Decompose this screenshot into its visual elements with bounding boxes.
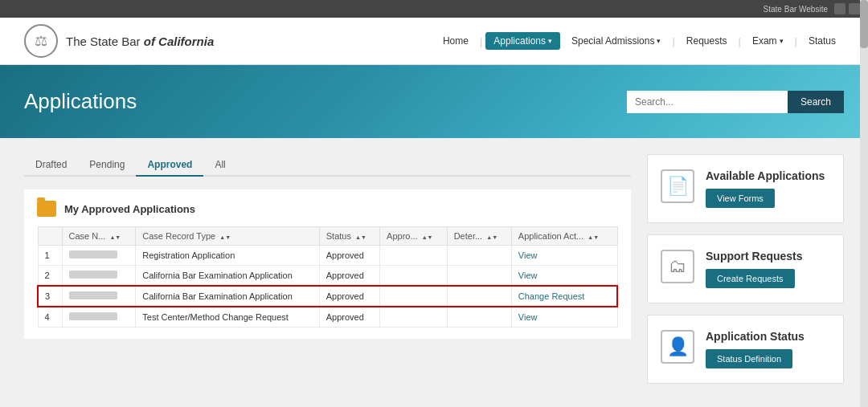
col-deter[interactable]: Deter... ▲▼ <box>447 227 511 246</box>
search-input[interactable] <box>627 91 788 113</box>
row-appro <box>380 246 448 266</box>
row-type: California Bar Examination Application <box>136 266 319 287</box>
tab-all[interactable]: All <box>203 154 236 177</box>
row-num: 2 <box>38 266 62 287</box>
logo-text: The State Bar of California <box>66 35 214 48</box>
scrollbar-thumb[interactable] <box>860 0 868 48</box>
hero-title: Applications <box>24 89 137 114</box>
applications-table: Case N... ▲▼ Case Record Type ▲▼ Status … <box>37 226 618 328</box>
application-status-title: Application Status <box>706 330 830 343</box>
nav-requests[interactable]: Requests <box>678 32 735 50</box>
status-definition-button[interactable]: Status Definition <box>706 349 792 368</box>
application-status-card: 👤 Application Status Status Definition <box>647 315 844 384</box>
search-button[interactable]: Search <box>788 91 844 113</box>
change-request-link[interactable]: Change Request <box>518 291 585 301</box>
tab-pending[interactable]: Pending <box>78 154 136 177</box>
row-action[interactable]: View <box>511 266 617 287</box>
col-number <box>38 227 62 246</box>
logo-italic: of California <box>144 35 215 48</box>
create-requests-button[interactable]: Create Requests <box>706 269 795 288</box>
support-requests-title: Support Requests <box>706 250 830 263</box>
col-status[interactable]: Status ▲▼ <box>319 227 379 246</box>
view-link[interactable]: View <box>518 250 538 260</box>
row-deter <box>447 286 511 307</box>
card-title: My Approved Applications <box>64 203 195 215</box>
nav-special-admissions[interactable]: Special Admissions ▾ <box>563 32 669 50</box>
site-header: ⚖ The State Bar of California Home | App… <box>0 18 868 65</box>
table-row: 1 Registration Application Approved View <box>38 246 617 266</box>
row-status: Approved <box>319 266 379 287</box>
browser-bar-text: State Bar Website <box>764 5 828 14</box>
scrollbar[interactable] <box>860 0 868 400</box>
row-num: 4 <box>38 307 62 328</box>
view-link[interactable]: View <box>518 271 538 280</box>
chevron-down-icon: ▾ <box>780 37 784 45</box>
table-row: 2 California Bar Examination Application… <box>38 266 617 287</box>
row-case-id <box>62 307 136 328</box>
application-status-content: Application Status Status Definition <box>706 330 830 368</box>
row-deter <box>447 266 511 287</box>
browser-btn-2[interactable] <box>849 3 860 14</box>
nav-exam[interactable]: Exam ▾ <box>744 32 792 50</box>
chevron-down-icon: ▾ <box>657 37 661 45</box>
table-row: 4 Test Center/Method Change Request Appr… <box>38 307 617 328</box>
nav-status[interactable]: Status <box>800 32 844 50</box>
view-link[interactable]: View <box>518 312 538 322</box>
row-status: Approved <box>319 246 379 266</box>
nav-menu: Home | Applications ▾ Special Admissions… <box>435 32 844 50</box>
row-num: 3 <box>38 286 62 307</box>
hero-banner: Applications Search <box>0 65 868 138</box>
search-area: Search <box>627 91 844 113</box>
col-action[interactable]: Application Act... ▲▼ <box>511 227 617 246</box>
row-case-id <box>62 286 136 307</box>
view-forms-button[interactable]: View Forms <box>706 189 775 208</box>
row-appro <box>380 286 448 307</box>
available-applications-card: 📄 Available Applications View Forms <box>647 154 844 223</box>
available-applications-title: Available Applications <box>706 169 830 182</box>
row-action[interactable]: View <box>511 307 617 328</box>
logo-area: ⚖ The State Bar of California <box>24 24 214 58</box>
col-case-num[interactable]: Case N... ▲▼ <box>62 227 136 246</box>
main-content: Drafted Pending Approved All My Approved… <box>0 138 868 400</box>
col-record-type[interactable]: Case Record Type ▲▼ <box>136 227 319 246</box>
support-icon: 🗂 <box>661 250 694 283</box>
row-case-id <box>62 246 136 266</box>
support-requests-card: 🗂 Support Requests Create Requests <box>647 234 844 303</box>
col-appro[interactable]: Appro... ▲▼ <box>380 227 448 246</box>
row-action[interactable]: View <box>511 246 617 266</box>
row-num: 1 <box>38 246 62 266</box>
tabs: Drafted Pending Approved All <box>24 154 631 177</box>
tab-drafted[interactable]: Drafted <box>24 154 78 177</box>
row-status: Approved <box>319 286 379 307</box>
tab-approved[interactable]: Approved <box>136 154 203 177</box>
row-deter <box>447 307 511 328</box>
row-type: Test Center/Method Change Request <box>136 307 319 328</box>
row-deter <box>447 246 511 266</box>
applications-card: My Approved Applications Case N... ▲▼ Ca… <box>24 189 631 339</box>
chevron-down-icon: ▾ <box>548 37 552 45</box>
table-row-highlighted: 3 California Bar Examination Application… <box>38 286 617 307</box>
row-case-id <box>62 266 136 287</box>
row-status: Approved <box>319 307 379 328</box>
browser-controls <box>834 3 860 14</box>
row-appro <box>380 266 448 287</box>
row-appro <box>380 307 448 328</box>
card-header: My Approved Applications <box>37 201 618 217</box>
row-type: California Bar Examination Application <box>136 286 319 307</box>
person-icon: 👤 <box>661 330 694 364</box>
available-applications-content: Available Applications View Forms <box>706 169 830 208</box>
row-action[interactable]: Change Request <box>511 286 617 307</box>
browser-bar: State Bar Website <box>0 0 868 18</box>
support-requests-content: Support Requests Create Requests <box>706 250 830 288</box>
browser-btn-1[interactable] <box>834 3 845 14</box>
nav-home[interactable]: Home <box>435 32 477 50</box>
nav-applications[interactable]: Applications ▾ <box>485 32 560 50</box>
right-panel: 📄 Available Applications View Forms 🗂 Su… <box>647 154 844 384</box>
left-panel: Drafted Pending Approved All My Approved… <box>24 154 631 384</box>
folder-icon <box>37 201 56 217</box>
logo-icon: ⚖ <box>24 24 58 58</box>
document-icon: 📄 <box>661 169 694 203</box>
row-type: Registration Application <box>136 246 319 266</box>
